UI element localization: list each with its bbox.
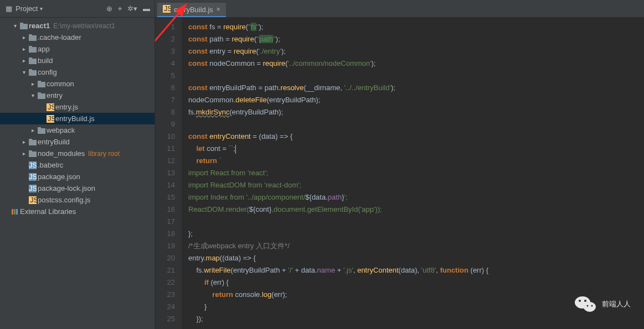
locate-icon[interactable]: ⌖ bbox=[118, 4, 122, 13]
item-label: package.json bbox=[38, 173, 80, 181]
tree-item-entryBuild-js[interactable]: JSentryBuild.js bbox=[0, 113, 154, 124]
project-tool-icon: ▦ bbox=[4, 4, 13, 13]
wechat-icon bbox=[574, 295, 596, 314]
expander-icon[interactable]: ▸ bbox=[29, 81, 37, 87]
tree-item-entry[interactable]: ▾entry bbox=[0, 90, 154, 101]
folder-icon bbox=[28, 34, 38, 41]
folder-icon bbox=[37, 127, 47, 134]
svg-rect-8 bbox=[29, 70, 37, 76]
svg-point-40 bbox=[579, 300, 581, 302]
hide-icon[interactable]: ▬ bbox=[143, 4, 150, 13]
svg-rect-23 bbox=[29, 150, 32, 152]
svg-text:JS: JS bbox=[164, 5, 171, 13]
tree-item-config[interactable]: ▾config bbox=[0, 66, 154, 78]
tree-item-build[interactable]: ▸build bbox=[0, 55, 154, 66]
svg-rect-20 bbox=[29, 140, 37, 145]
svg-rect-1 bbox=[20, 23, 23, 24]
settings-icon[interactable]: ✲▾ bbox=[127, 4, 137, 13]
dropdown-icon[interactable]: ▾ bbox=[40, 6, 43, 12]
svg-rect-33 bbox=[14, 209, 16, 215]
svg-rect-11 bbox=[38, 81, 41, 82]
svg-point-43 bbox=[591, 305, 593, 307]
root-name: react1 bbox=[29, 22, 50, 30]
expander-icon[interactable]: ▾ bbox=[20, 69, 28, 75]
svg-rect-32 bbox=[12, 209, 13, 215]
tree-item-common[interactable]: ▸common bbox=[0, 78, 154, 90]
svg-text:JS: JS bbox=[48, 115, 54, 123]
expander-icon[interactable]: ▸ bbox=[20, 34, 28, 40]
tree-item--babelrc[interactable]: JSON.babelrc bbox=[0, 159, 154, 171]
library-root-hint: library root bbox=[88, 150, 120, 158]
expander-icon[interactable]: ▸ bbox=[29, 127, 37, 133]
expander-icon[interactable]: ▾ bbox=[29, 92, 37, 98]
expander-icon[interactable]: ▸ bbox=[20, 46, 28, 52]
collapse-all-icon[interactable]: ⊕ bbox=[106, 4, 112, 13]
item-label: .cache-loader bbox=[38, 33, 81, 41]
svg-rect-0 bbox=[20, 24, 28, 29]
svg-rect-18 bbox=[38, 128, 45, 134]
js-icon: JS bbox=[28, 196, 38, 204]
expander-icon[interactable]: ▾ bbox=[11, 23, 19, 29]
folder-icon bbox=[19, 23, 29, 29]
watermark: 前端人人 bbox=[574, 295, 631, 314]
tree-item-package-json[interactable]: JSONpackage.json bbox=[0, 171, 154, 182]
item-label: app bbox=[38, 45, 50, 53]
tree-item-webpack[interactable]: ▸webpack bbox=[0, 124, 154, 136]
svg-rect-12 bbox=[38, 93, 45, 99]
svg-rect-4 bbox=[29, 47, 37, 53]
folder-icon bbox=[28, 150, 38, 157]
expander-icon[interactable]: ▸ bbox=[20, 139, 28, 145]
tree-item-postcss-config-js[interactable]: JSpostcss.config.js bbox=[0, 194, 154, 206]
js-icon: JS bbox=[45, 103, 55, 111]
watermark-text: 前端人人 bbox=[602, 299, 631, 309]
json-icon: JSON bbox=[28, 161, 38, 169]
project-root-row[interactable]: ▾ react1 E:\my-web\wx\react1 bbox=[0, 20, 154, 32]
item-label: config bbox=[38, 68, 57, 76]
json-icon: JSON bbox=[28, 185, 38, 192]
root-path: E:\my-web\wx\react1 bbox=[53, 22, 115, 30]
item-label: webpack bbox=[47, 126, 75, 134]
item-label: node_modules bbox=[38, 149, 85, 158]
expander-icon[interactable]: ▸ bbox=[20, 150, 28, 156]
svg-rect-13 bbox=[38, 92, 41, 94]
js-icon: JS bbox=[45, 115, 55, 123]
tree-item--cache-loader[interactable]: ▸.cache-loader bbox=[0, 32, 154, 43]
tab-label: entryBuild.js bbox=[174, 6, 213, 14]
tab-entrybuild[interactable]: JS entryBuild.js × bbox=[157, 3, 226, 17]
svg-point-42 bbox=[587, 305, 589, 307]
tree-item-package-lock-json[interactable]: JSONpackage-lock.json bbox=[0, 182, 154, 194]
svg-text:JSON: JSON bbox=[29, 185, 37, 192]
tree-item-app[interactable]: ▸app bbox=[0, 43, 154, 55]
project-label: Project bbox=[16, 4, 38, 13]
svg-rect-10 bbox=[38, 82, 45, 87]
svg-rect-5 bbox=[29, 46, 32, 48]
item-label: entryBuild bbox=[38, 138, 70, 146]
folder-icon bbox=[37, 92, 47, 99]
external-libraries-label: External Libraries bbox=[20, 207, 76, 216]
close-icon[interactable]: × bbox=[217, 6, 220, 13]
code-body[interactable]: const fs = require("fs");const path = re… bbox=[182, 18, 488, 329]
external-libraries-row[interactable]: External Libraries bbox=[0, 206, 154, 217]
item-label: .babelrc bbox=[38, 161, 63, 169]
project-tree: ▾ react1 E:\my-web\wx\react1 ▸.cache-loa… bbox=[0, 18, 154, 329]
tree-item-entry-js[interactable]: JSentry.js bbox=[0, 101, 154, 113]
tree-item-node_modules[interactable]: ▸node_moduleslibrary root bbox=[0, 148, 154, 159]
folder-icon bbox=[28, 58, 38, 64]
expander-icon[interactable]: ▸ bbox=[20, 58, 28, 64]
svg-rect-22 bbox=[29, 152, 37, 157]
svg-text:JS: JS bbox=[30, 196, 37, 204]
svg-point-41 bbox=[584, 300, 586, 302]
svg-text:JSON: JSON bbox=[29, 161, 37, 169]
item-label: entry bbox=[47, 91, 63, 100]
svg-rect-34 bbox=[16, 209, 18, 215]
svg-rect-9 bbox=[29, 69, 32, 71]
code-area[interactable]: 1234567891011121314151617181920212223242… bbox=[155, 18, 644, 329]
svg-rect-3 bbox=[29, 34, 32, 36]
tree-item-entryBuild[interactable]: ▸entryBuild bbox=[0, 136, 154, 148]
js-file-icon: JS bbox=[163, 5, 171, 14]
library-icon bbox=[10, 208, 20, 216]
svg-rect-7 bbox=[29, 58, 32, 59]
item-label: build bbox=[38, 56, 53, 65]
editor: JS entryBuild.js × 123456789101112131415… bbox=[155, 0, 644, 329]
folder-icon bbox=[28, 139, 38, 145]
